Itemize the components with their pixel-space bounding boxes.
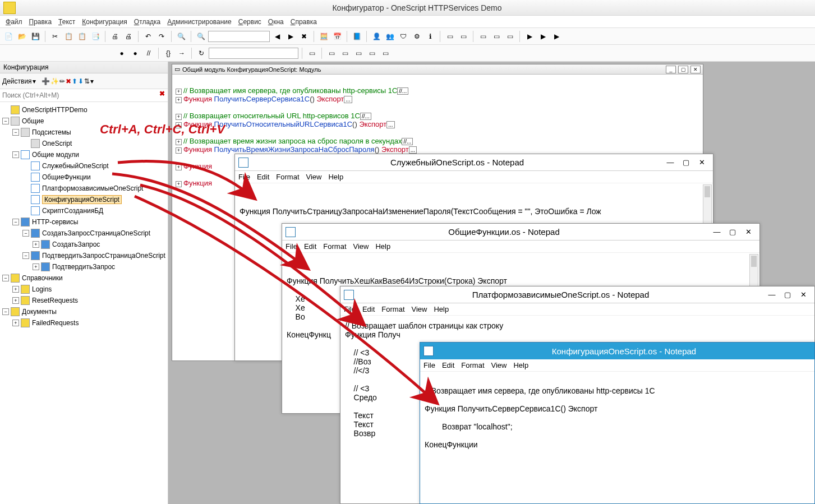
run2-icon[interactable]: ▶	[537, 30, 549, 43]
paste-icon[interactable]: 📋	[76, 30, 88, 43]
tree-catalog-reset[interactable]: +ResetRequests	[0, 295, 168, 306]
tree-common-modules[interactable]: −Общие модули	[0, 149, 168, 160]
compare-icon[interactable]: 📑	[89, 30, 102, 43]
tree-doc-failed[interactable]: +FailedRequests	[0, 317, 168, 329]
win2-icon[interactable]: ▭	[457, 30, 469, 43]
struct-icon[interactable]: ▭	[306, 47, 318, 59]
run-icon[interactable]: ▶	[523, 30, 536, 43]
tree-module-konf[interactable]: КонфигурацияOneScript	[0, 194, 168, 205]
up-icon[interactable]: ⬆	[72, 77, 77, 85]
np2-min[interactable]: —	[709, 226, 725, 238]
menu-text[interactable]: Текст	[58, 18, 75, 26]
tree-common[interactable]: −Общие	[0, 115, 168, 127]
undo-icon[interactable]: ↶	[142, 30, 154, 43]
settings-icon[interactable]: ⚙	[411, 30, 423, 43]
sort-icon[interactable]: ⇅	[84, 77, 90, 85]
redo-icon[interactable]: ↷	[155, 30, 168, 43]
delete-icon[interactable]: ✖	[66, 77, 71, 85]
np-edit[interactable]: Edit	[257, 173, 269, 181]
dbg1-icon[interactable]: ▭	[477, 30, 489, 43]
calendar-icon[interactable]: 📅	[331, 30, 343, 43]
tool5-icon[interactable]: ▭	[379, 47, 392, 59]
tree-subsystem-onescript[interactable]: OneScript	[0, 138, 168, 149]
config-search-close[interactable]: ✖	[156, 90, 168, 101]
menu-file[interactable]: Файл	[6, 18, 22, 26]
np3-close[interactable]: ✕	[795, 289, 811, 301]
role-icon[interactable]: 🛡	[397, 30, 409, 43]
zoom-icon[interactable]: 🔍	[195, 30, 207, 43]
preview-icon[interactable]: 🖨	[122, 30, 135, 43]
tree-http-services[interactable]: −HTTP-сервисы	[0, 216, 168, 228]
np2-close[interactable]: ✕	[740, 226, 756, 238]
np1-min[interactable]: —	[662, 156, 678, 169]
bp2-icon[interactable]: ●	[129, 47, 141, 59]
np-view[interactable]: View	[306, 173, 322, 181]
save-icon[interactable]: 💾	[29, 30, 42, 43]
find-icon[interactable]: 🔍	[175, 30, 187, 43]
np-format[interactable]: Format	[276, 173, 299, 181]
refresh-icon[interactable]: ↻	[195, 47, 208, 59]
actions-dropdown[interactable]: Действия	[2, 77, 32, 85]
help-icon[interactable]: ℹ	[424, 30, 436, 43]
np4-body[interactable]: // Возвращает имя сервера, где опубликов…	[420, 372, 814, 455]
code-close[interactable]: ✕	[690, 66, 701, 73]
edit-icon[interactable]: ✏	[59, 77, 65, 85]
menu-config[interactable]: Конфигурация	[82, 18, 127, 26]
menu-help[interactable]: Справка	[291, 18, 317, 26]
np3-min[interactable]: —	[764, 289, 780, 301]
dbg2-icon[interactable]: ▭	[490, 30, 503, 43]
config-search-input[interactable]	[0, 89, 156, 101]
menu-service[interactable]: Сервис	[238, 18, 261, 26]
tree-root[interactable]: OneScriptHTTPDemo	[0, 104, 168, 115]
np2-max[interactable]: ▢	[725, 226, 740, 238]
tool1-icon[interactable]: ▭	[325, 47, 338, 59]
tree-http-confirm-page[interactable]: −ПодтвердитьЗапросСтраницаOneScript	[0, 250, 168, 261]
np1-body[interactable]: Функция ПолучитьСтраницуЗапросаНаИзменен…	[235, 183, 713, 221]
filter-icon[interactable]: ▾	[90, 77, 94, 85]
proc-icon[interactable]: {}	[162, 47, 174, 59]
tree-documents[interactable]: −Документы	[0, 306, 168, 317]
tree-module-script[interactable]: СкриптСозданияБД	[0, 205, 168, 216]
search-box[interactable]	[208, 31, 270, 42]
tool2-icon[interactable]: ▭	[339, 47, 351, 59]
add-item-icon[interactable]: ➕	[42, 77, 50, 85]
copy-icon[interactable]: 📋	[62, 30, 75, 43]
print-icon[interactable]: 🖨	[109, 30, 121, 43]
close-search-icon[interactable]: ✖	[298, 30, 310, 43]
prev-icon[interactable]: ◀	[271, 30, 283, 43]
tree-module-sluzh[interactable]: СлужебныйOneScript	[0, 160, 168, 172]
np-file[interactable]: File	[238, 173, 250, 181]
calc-icon[interactable]: 🧮	[317, 30, 330, 43]
cut-icon[interactable]: ✂	[49, 30, 61, 43]
tool4-icon[interactable]: ▭	[366, 47, 378, 59]
np3-max[interactable]: ▢	[780, 289, 795, 301]
bp-icon[interactable]: ●	[116, 47, 128, 59]
tree-subsystems[interactable]: −Подсистемы	[0, 127, 168, 138]
menu-debug[interactable]: Отладка	[134, 18, 160, 26]
np1-max[interactable]: ▢	[678, 156, 694, 169]
users-icon[interactable]: 👥	[384, 30, 396, 43]
np1-close[interactable]: ✕	[694, 156, 710, 169]
tree-http-confirm[interactable]: +ПодтвердитьЗапрос	[0, 261, 168, 272]
wand-icon[interactable]: ✨	[50, 77, 59, 85]
run3-icon[interactable]: ▶	[550, 30, 563, 43]
menu-window[interactable]: Окна	[268, 18, 284, 26]
tree-http-create-page[interactable]: −СоздатьЗапросСтраницаOneScript	[0, 228, 168, 239]
tool3-icon[interactable]: ▭	[352, 47, 365, 59]
tree-catalog-logins[interactable]: +Logins	[0, 284, 168, 295]
menu-admin[interactable]: Администрирование	[167, 18, 231, 26]
code-maximize[interactable]: ▢	[678, 66, 688, 73]
code-minimize[interactable]: _	[666, 66, 676, 73]
tree-catalogs[interactable]: −Справочники	[0, 272, 168, 284]
tree-module-platf[interactable]: ПлатформозависимыеOneScript	[0, 183, 168, 194]
comment-icon[interactable]: //	[142, 47, 155, 59]
np-help[interactable]: Help	[328, 173, 343, 181]
tree-http-create[interactable]: +СоздатьЗапрос	[0, 239, 168, 250]
down-icon[interactable]: ⬇	[78, 77, 84, 85]
next-icon[interactable]: ▶	[284, 30, 297, 43]
user-icon[interactable]: 👤	[370, 30, 383, 43]
tree-module-obsh[interactable]: ОбщиеФункции	[0, 172, 168, 183]
syntax-icon[interactable]: 📘	[351, 30, 363, 43]
win1-icon[interactable]: ▭	[444, 30, 456, 43]
new-icon[interactable]: 📄	[2, 30, 15, 43]
